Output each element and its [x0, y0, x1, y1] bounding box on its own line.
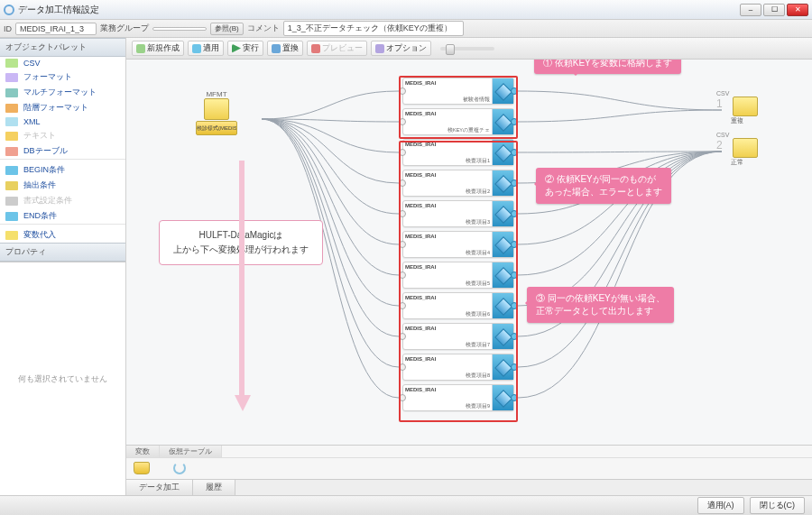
- palette-icon: [5, 88, 18, 97]
- rule-node[interactable]: MEDIS_IRAI被験者情報: [402, 78, 514, 105]
- minimize-button[interactable]: –: [740, 4, 761, 16]
- port-out-icon[interactable]: [511, 118, 518, 125]
- rule-node[interactable]: MEDIS_IRAI検査項目4: [402, 231, 514, 258]
- rule-node[interactable]: MEDIS_IRAI検KEYの重複チェ: [402, 108, 514, 135]
- title-text: データ加工情報設定: [18, 4, 99, 16]
- rule-node[interactable]: MEDIS_IRAI検査項目2: [402, 170, 514, 197]
- palette-icon: [5, 181, 18, 190]
- rule-node[interactable]: MEDIS_IRAI検査項目7: [402, 323, 514, 350]
- palette-item[interactable]: 変数代入: [0, 227, 125, 243]
- output-node-1[interactable]: 1 CSV 重複: [716, 90, 761, 125]
- port-out-icon[interactable]: [511, 210, 518, 217]
- main-area: 新規作成 適用 実行 置換 プレビュー オプション MFMT 検診様式(MEDI…: [126, 38, 812, 495]
- port-out-icon[interactable]: [511, 241, 518, 248]
- rule-bottom: 検査項目3: [405, 219, 490, 225]
- rule-node[interactable]: MEDIS_IRAI検査項目9: [402, 384, 514, 411]
- var-bucket-icon[interactable]: [134, 462, 150, 474]
- rule-node[interactable]: MEDIS_IRAI検査項目6: [402, 292, 514, 319]
- rule-node[interactable]: MEDIS_IRAI検査項目8: [402, 354, 514, 381]
- port-out-icon[interactable]: [511, 271, 518, 279]
- loop-icon[interactable]: [173, 462, 186, 474]
- close-button[interactable]: ✕: [787, 4, 808, 16]
- port-out-icon[interactable]: [511, 149, 518, 156]
- ref-button[interactable]: 参照(B): [210, 23, 244, 35]
- replace-button[interactable]: 置換: [267, 41, 303, 56]
- preview-button[interactable]: プレビュー: [307, 41, 367, 56]
- canvas[interactable]: MFMT 検診様式(MEDIS形) 1 CSV 重複 2 CSV 正常 MEDI…: [126, 60, 812, 445]
- tab-history[interactable]: 履歴: [193, 480, 235, 495]
- port-in-icon[interactable]: [399, 149, 406, 156]
- rule-node[interactable]: MEDIS_IRAI検査項目3: [402, 200, 514, 227]
- property-header: プロパティ: [0, 243, 125, 262]
- port-out-icon[interactable]: [511, 363, 518, 371]
- vars-tab[interactable]: 変数: [126, 446, 160, 457]
- run-button[interactable]: 実行: [227, 41, 263, 56]
- rule-bottom: 検KEYの重複チェ: [405, 127, 490, 133]
- apply-icon: [192, 44, 201, 53]
- input-cube-icon: [204, 98, 229, 120]
- rule-node[interactable]: MEDIS_IRAI検査項目1: [402, 139, 514, 166]
- rule-column: MEDIS_IRAI被験者情報MEDIS_IRAI検KEYの重複チェMEDIS_…: [402, 78, 514, 415]
- rule-bottom: 検査項目2: [405, 189, 490, 194]
- titlebar: データ加工情報設定 – ☐ ✕: [0, 0, 812, 20]
- port-out-icon[interactable]: [511, 179, 518, 187]
- new-button[interactable]: 新規作成: [132, 41, 184, 56]
- footer-close-button[interactable]: 閉じる(C): [750, 497, 806, 514]
- out1-num: 1: [716, 97, 723, 110]
- rule-top: MEDIS_IRAI: [405, 80, 490, 87]
- palette-header: オブジェクトパレット: [0, 38, 125, 57]
- palette-item[interactable]: BEGIN条件: [0, 162, 125, 178]
- rule-top: MEDIS_IRAI: [405, 172, 490, 179]
- palette-label: 階層フォーマット: [23, 102, 88, 114]
- rule-node[interactable]: MEDIS_IRAI検査項目5: [402, 262, 514, 289]
- zoom-slider[interactable]: [440, 47, 494, 51]
- id-field[interactable]: MEDIS_IRAI_1_3: [15, 23, 97, 35]
- palette-item[interactable]: テキスト: [0, 128, 125, 143]
- options-button[interactable]: オプション: [371, 41, 431, 56]
- port-in-icon[interactable]: [399, 302, 406, 309]
- options-icon: [375, 44, 384, 53]
- port-in-icon[interactable]: [399, 118, 406, 125]
- port-in-icon[interactable]: [399, 271, 406, 279]
- port-in-icon[interactable]: [399, 333, 406, 340]
- port-out-icon[interactable]: [511, 333, 518, 340]
- output-block-icon: [733, 138, 758, 158]
- port-in-icon[interactable]: [399, 87, 406, 95]
- maximize-button[interactable]: ☐: [763, 4, 785, 16]
- palette-item[interactable]: マルチフォーマット: [0, 85, 125, 100]
- palette-icon: [5, 104, 18, 113]
- port-in-icon[interactable]: [399, 179, 406, 187]
- tab-data-proc[interactable]: データ加工: [126, 480, 193, 495]
- port-out-icon[interactable]: [511, 302, 518, 309]
- comment-field[interactable]: 1_3_不正データチェック（依頼KEYの重複）: [283, 21, 464, 36]
- input-node[interactable]: MFMT 検診様式(MEDIS形): [162, 90, 271, 135]
- port-in-icon[interactable]: [399, 210, 406, 217]
- footer-apply-button[interactable]: 適用(A): [697, 497, 744, 514]
- palette-item[interactable]: CSV: [0, 57, 125, 69]
- palette-item[interactable]: DBテーブル: [0, 143, 125, 159]
- port-in-icon[interactable]: [399, 363, 406, 371]
- out2-type: CSV: [716, 132, 761, 138]
- toolbar: 新規作成 適用 実行 置換 プレビュー オプション: [126, 38, 812, 60]
- port-out-icon[interactable]: [511, 87, 518, 95]
- apply-button[interactable]: 適用: [188, 41, 224, 56]
- palette-item[interactable]: 書式設定条件: [0, 193, 125, 208]
- port-in-icon[interactable]: [399, 241, 406, 248]
- rule-top: MEDIS_IRAI: [405, 264, 490, 271]
- rule-bottom: 検査項目7: [405, 342, 490, 347]
- group-field[interactable]: [152, 27, 207, 31]
- port-out-icon[interactable]: [511, 394, 518, 401]
- palette-item[interactable]: フォーマット: [0, 69, 125, 85]
- palette-item[interactable]: END条件: [0, 208, 125, 224]
- rule-bottom: 検査項目8: [405, 372, 490, 378]
- virtual-table-tab[interactable]: 仮想テーブル: [160, 446, 222, 457]
- output-node-2[interactable]: 2 CSV 正常: [716, 132, 761, 167]
- palette-item[interactable]: XML: [0, 115, 125, 128]
- callout-3: ③ 同一の依頼KEYが無い場合、 正常データとして出力します: [527, 287, 674, 323]
- palette-item[interactable]: 階層フォーマット: [0, 100, 125, 115]
- group-label: 業務グループ: [100, 23, 149, 34]
- port-in-icon[interactable]: [399, 394, 406, 401]
- palette-item[interactable]: 抽出条件: [0, 178, 125, 193]
- input-label: 検診様式(MEDIS形): [196, 121, 237, 135]
- palette-icon: [5, 231, 18, 240]
